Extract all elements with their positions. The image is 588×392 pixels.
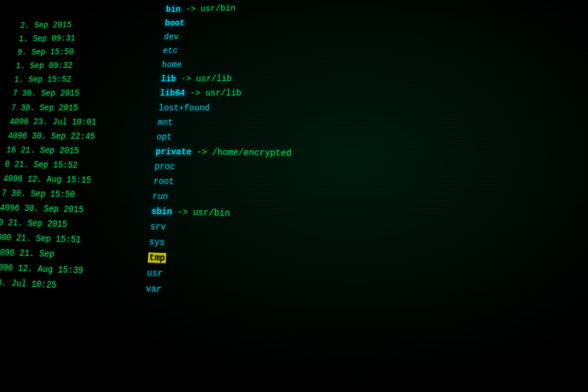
dir-name: bin [165,5,181,14]
dir-line: lib -> usr/lib [160,69,588,86]
dir-name: root [153,176,174,187]
left-line: 1. Sep 09:31 [18,30,161,46]
dir-name: sbin [151,206,172,217]
dir-name: sys [149,237,165,248]
dir-name-tmp: tmp [148,253,167,264]
left-line: 4096 23. Jul 10:01 [9,114,155,129]
left-line: 4096 30. Sep 22:45 [7,129,154,144]
dir-name: run [152,191,169,202]
terminal-window: 2. Sep 2015 1. Sep 09:31 9. Sep 15:50 1.… [0,0,588,392]
left-line: 9. Sep 15:50 [16,44,160,59]
dir-link: -> usr/bin [186,4,236,14]
terminal-content: 2. Sep 2015 1. Sep 09:31 9. Sep 15:50 1.… [0,0,588,392]
dir-name: private [155,147,192,157]
dir-name: lost+found [159,103,210,113]
dir-name: opt [156,132,172,142]
dir-link: -> usr/lib [180,74,232,84]
dir-link: -> /home/encrypted [197,147,292,158]
dir-name: mnt [157,118,173,127]
dir-link: -> usr/lib [189,89,241,99]
left-line: 1. Sep 09:32 [15,58,159,73]
left-line: 1. Sep 15:52 [14,72,159,86]
dir-name: srv [150,221,166,232]
left-line: 7 30. Sep 2015 [12,86,157,101]
dir-name: home [161,60,182,70]
dir-name: var [145,284,161,295]
right-column: bin -> usr/bin boot dev etc home lib - [133,0,588,392]
ls-output-grid: 2. Sep 2015 1. Sep 09:31 9. Sep 15:50 1.… [0,0,588,392]
dir-name: lib64 [159,89,186,99]
dir-name: usr [146,268,163,279]
dir-line: lib64 -> usr/lib [159,85,588,101]
dir-name: dev [163,32,179,41]
left-line: 7 30. Sep 2015 [10,101,156,115]
dir-name: etc [163,46,178,56]
dir-name: proc [154,161,175,172]
dir-name: lib [161,74,176,84]
dir-line: lost+found [158,101,588,116]
dir-name: boot [165,18,185,28]
left-line: 16 21. Sep 2015 [6,143,154,159]
dir-link: -> usr/bin [177,207,231,219]
